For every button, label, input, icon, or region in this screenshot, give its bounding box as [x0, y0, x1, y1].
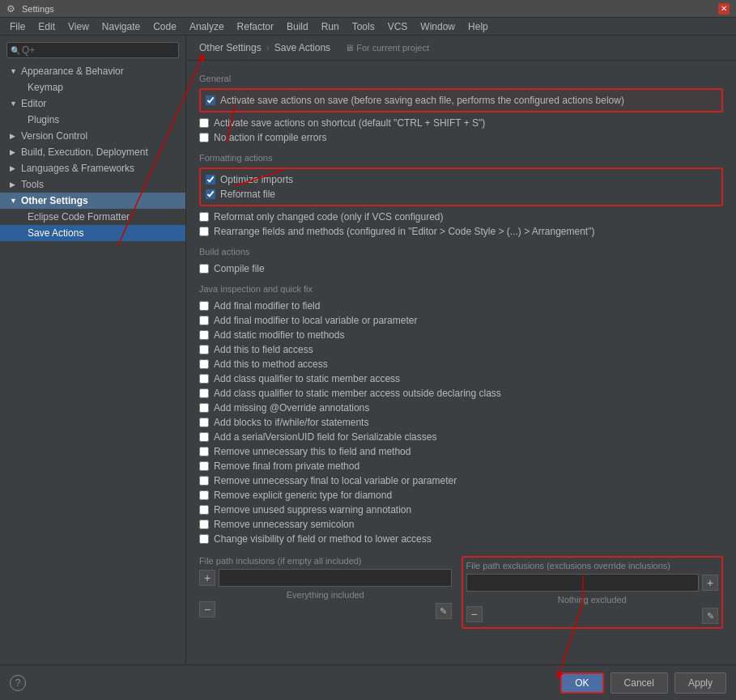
sidebar-item-label: Editor — [21, 98, 46, 109]
java-checkbox-5[interactable] — [199, 374, 209, 384]
menu-run[interactable]: Run — [315, 19, 346, 34]
java-checkbox-10[interactable] — [199, 447, 209, 456]
java-checkbox-15[interactable] — [199, 520, 209, 529]
menu-help[interactable]: Help — [462, 19, 495, 34]
menu-tools[interactable]: Tools — [346, 19, 381, 34]
sidebar-item-label: Other Settings — [21, 195, 88, 206]
activate-shortcut-label: Activate save actions on shortcut (defau… — [214, 117, 485, 129]
search-icon: 🔍 — [11, 46, 20, 55]
search-input[interactable] — [22, 45, 175, 56]
sidebar-item-tools[interactable]: ▶ Tools — [0, 176, 185, 193]
menu-window[interactable]: Window — [414, 19, 462, 34]
java-checkbox-1[interactable] — [199, 316, 209, 325]
sidebar-item-editor[interactable]: ▼ Editor — [0, 95, 185, 112]
cancel-button[interactable]: Cancel — [610, 672, 668, 694]
menu-view[interactable]: View — [62, 19, 96, 34]
java-checkbox-12[interactable] — [199, 476, 209, 486]
java-checkbox-3[interactable] — [199, 345, 209, 354]
menu-analyze[interactable]: Analyze — [183, 19, 231, 34]
optimize-imports-checkbox[interactable] — [206, 175, 215, 185]
sidebar-item-label: Tools — [21, 179, 44, 190]
menu-vcs[interactable]: VCS — [381, 19, 415, 34]
general-section-label: General — [199, 74, 723, 83]
sidebar-item-version-control[interactable]: ▶ Version Control — [0, 128, 185, 144]
java-checkbox-label: Remove explicit generic type for diamond — [214, 490, 392, 501]
compile-file-checkbox[interactable] — [199, 264, 209, 274]
sidebar-item-plugins[interactable]: Plugins — [0, 112, 185, 128]
java-checkbox-row: Add static modifier to methods — [199, 328, 723, 342]
project-badge: 🖥 For current project — [345, 43, 429, 53]
sidebar-item-label: Plugins — [28, 114, 59, 125]
breadcrumb-separator: › — [266, 42, 270, 53]
search-box[interactable]: 🔍 — [6, 42, 179, 58]
title-bar: ⚙ Settings ✕ — [0, 0, 736, 18]
close-button[interactable]: ✕ — [718, 3, 730, 15]
arrow-icon: ▼ — [10, 67, 18, 75]
java-checkbox-9[interactable] — [199, 432, 209, 442]
menu-navigate[interactable]: Navigate — [96, 19, 147, 34]
reformat-changed-label: Reformat only changed code (only if VCS … — [214, 211, 443, 223]
java-checkbox-2[interactable] — [199, 330, 209, 340]
java-checkbox-0[interactable] — [199, 301, 209, 311]
java-checkbox-row: Add final modifier to local variable or … — [199, 313, 723, 328]
java-checkbox-14[interactable] — [199, 505, 209, 515]
java-checkbox-7[interactable] — [199, 403, 209, 413]
java-section-label: Java inspection and quick fix — [199, 284, 723, 294]
java-checkbox-6[interactable] — [199, 388, 209, 398]
help-button[interactable]: ? — [10, 675, 26, 691]
formatting-section-label: Formatting actions — [199, 153, 723, 163]
sidebar-item-eclipse-formatter[interactable]: Eclipse Code Formatter — [0, 209, 185, 225]
activate-save-actions-checkbox[interactable] — [206, 95, 215, 105]
java-checkbox-8[interactable] — [199, 418, 209, 427]
menu-code[interactable]: Code — [147, 19, 183, 34]
activate-shortcut-checkbox[interactable] — [199, 118, 209, 128]
java-checkbox-label: Remove unused suppress warning annotatio… — [214, 504, 411, 515]
sidebar-item-build-execution[interactable]: ▶ Build, Execution, Deployment — [0, 144, 185, 160]
file-path-exclusions-col: File path exclusions (exclusions overrid… — [462, 556, 724, 629]
menu-build[interactable]: Build — [280, 19, 315, 34]
sidebar-item-label: Appearance & Behavior — [21, 66, 124, 77]
file-path-inclusions-input[interactable] — [219, 569, 452, 587]
reformat-file-checkbox[interactable] — [206, 189, 215, 199]
file-path-inclusions-input-row: + — [199, 569, 452, 587]
java-checkbox-16[interactable] — [199, 534, 209, 544]
inclusions-remove-button[interactable]: − — [199, 601, 215, 617]
apply-button[interactable]: Apply — [674, 672, 726, 694]
sidebar-item-languages[interactable]: ▶ Languages & Frameworks — [0, 160, 185, 176]
activate-save-actions-box: Activate save actions on save (before sa… — [199, 88, 723, 112]
ok-button[interactable]: OK — [560, 672, 603, 694]
java-checkbox-label: Remove unnecessary this to field and met… — [214, 446, 411, 457]
inclusions-edit-button[interactable]: ✎ — [436, 603, 452, 619]
reformat-file-label: Reformat file — [220, 189, 275, 200]
file-path-exclusions-label: File path exclusions (exclusions overrid… — [466, 561, 719, 571]
menu-edit[interactable]: Edit — [32, 19, 62, 34]
reformat-changed-checkbox[interactable] — [199, 212, 209, 222]
file-path-exclusions-input[interactable] — [466, 574, 700, 592]
sidebar-item-keymap[interactable]: Keymap — [0, 79, 185, 95]
menu-refactor[interactable]: Refactor — [231, 19, 280, 34]
exclusions-add-button[interactable]: + — [702, 575, 718, 591]
title-bar-text: Settings — [22, 4, 54, 14]
exclusions-remove-button[interactable]: − — [466, 606, 483, 622]
inclusions-add-button[interactable]: + — [199, 570, 215, 586]
exclusions-edit-button[interactable]: ✎ — [702, 608, 718, 624]
sidebar-item-save-actions[interactable]: Save Actions — [0, 225, 185, 241]
sidebar-item-appearance[interactable]: ▼ Appearance & Behavior — [0, 63, 185, 79]
java-checkbox-label: Add final modifier to field — [214, 300, 320, 312]
java-checkbox-row: Remove unnecessary final to local variab… — [199, 473, 723, 488]
java-checkbox-row: Add a serialVersionUID field for Seriali… — [199, 430, 723, 444]
java-checkbox-4[interactable] — [199, 359, 209, 369]
rearrange-fields-checkbox[interactable] — [199, 227, 209, 236]
java-checkbox-13[interactable] — [199, 490, 209, 500]
java-checkbox-row: Remove unnecessary this to field and met… — [199, 444, 723, 459]
sidebar-item-other-settings[interactable]: ▼ Other Settings — [0, 193, 185, 209]
menu-file[interactable]: File — [3, 19, 32, 34]
java-checkbox-label: Add a serialVersionUID field for Seriali… — [214, 431, 436, 443]
no-action-compile-checkbox[interactable] — [199, 133, 209, 142]
file-path-exclusions-input-row: + — [466, 574, 719, 592]
java-checkbox-label: Remove unnecessary semicolon — [214, 519, 354, 530]
bottom-buttons: OK Cancel Apply — [560, 672, 726, 694]
compile-file-label: Compile file — [214, 263, 265, 274]
java-checkbox-11[interactable] — [199, 461, 209, 471]
activate-save-actions-label: Activate save actions on save (before sa… — [220, 95, 624, 106]
